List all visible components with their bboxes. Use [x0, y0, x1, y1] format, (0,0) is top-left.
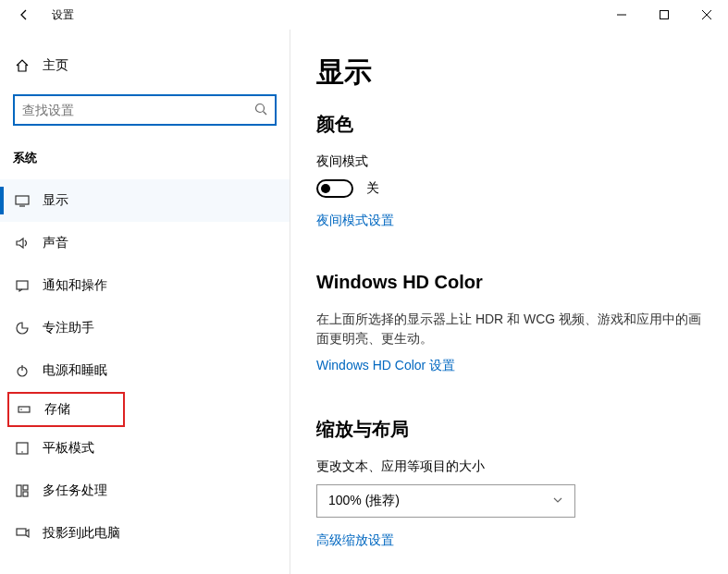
night-mode-toggle[interactable] — [316, 179, 353, 198]
sidebar-item-label: 存储 — [44, 401, 70, 418]
sidebar-item-focus[interactable]: 专注助手 — [0, 307, 290, 349]
search-box[interactable] — [13, 94, 277, 126]
sidebar-item-project[interactable]: 投影到此电脑 — [0, 512, 290, 555]
sidebar-group-title: 系统 — [13, 150, 290, 166]
window-title: 设置 — [52, 7, 74, 23]
multitask-icon — [13, 483, 31, 498]
svg-rect-0 — [660, 11, 669, 19]
minimize-icon — [617, 10, 626, 19]
svg-rect-11 — [23, 492, 28, 496]
power-icon — [13, 363, 31, 378]
maximize-button[interactable] — [643, 0, 685, 30]
sidebar-item-display[interactable]: 显示 — [0, 179, 290, 222]
search-icon[interactable] — [254, 103, 267, 118]
sidebar-item-notifications[interactable]: 通知和操作 — [0, 264, 290, 307]
sidebar: 主页 系统 显示 声音 通知和操作 — [0, 30, 290, 574]
sidebar-item-sound[interactable]: 声音 — [0, 222, 290, 264]
project-icon — [13, 526, 31, 541]
night-mode-label: 夜间模式 — [316, 153, 709, 170]
sidebar-item-label: 平板模式 — [43, 440, 94, 457]
chevron-down-icon — [552, 494, 563, 508]
sidebar-item-label: 通知和操作 — [43, 277, 107, 294]
night-mode-state: 关 — [366, 180, 379, 197]
main-panel: 显示 颜色 夜间模式 关 夜间模式设置 Windows HD Color 在上面… — [290, 30, 728, 574]
content-area: 主页 系统 显示 声音 通知和操作 — [0, 30, 728, 574]
advanced-scale-link[interactable]: 高级缩放设置 — [316, 532, 394, 549]
arrow-left-icon — [17, 7, 31, 22]
sidebar-item-multitask[interactable]: 多任务处理 — [0, 470, 290, 512]
sidebar-item-label: 显示 — [43, 192, 68, 209]
sidebar-item-label: 多任务处理 — [43, 482, 107, 499]
svg-rect-9 — [17, 485, 21, 496]
scale-label: 更改文本、应用等项目的大小 — [316, 458, 709, 475]
night-mode-toggle-row: 关 — [316, 179, 709, 198]
section-hd-color: Windows HD Color — [316, 272, 709, 293]
focus-icon — [13, 321, 31, 336]
minimize-button[interactable] — [600, 0, 643, 30]
page-title: 显示 — [316, 54, 709, 92]
toggle-knob — [321, 184, 330, 193]
svg-rect-2 — [16, 196, 29, 204]
sidebar-item-label: 声音 — [43, 235, 68, 251]
maximize-icon — [660, 10, 669, 19]
sidebar-item-storage[interactable]: 存储 — [7, 392, 125, 427]
scale-select-value: 100% (推荐) — [328, 493, 400, 509]
svg-rect-12 — [17, 529, 26, 535]
section-scale: 缩放与布局 — [316, 417, 709, 442]
sidebar-home[interactable]: 主页 — [0, 46, 290, 85]
sidebar-item-label: 专注助手 — [43, 320, 94, 336]
night-mode-settings-link[interactable]: 夜间模式设置 — [316, 213, 394, 229]
sidebar-item-power[interactable]: 电源和睡眠 — [0, 349, 290, 392]
scale-select[interactable]: 100% (推荐) — [316, 484, 575, 518]
window-controls — [600, 0, 728, 30]
back-button[interactable] — [9, 0, 39, 30]
svg-point-8 — [21, 451, 23, 453]
svg-rect-3 — [17, 281, 28, 289]
home-icon — [13, 58, 31, 73]
sound-icon — [13, 236, 31, 250]
hd-color-settings-link[interactable]: Windows HD Color 设置 — [316, 358, 455, 374]
display-icon — [13, 193, 31, 208]
svg-rect-5 — [19, 407, 30, 412]
sidebar-item-label: 电源和睡眠 — [43, 362, 107, 379]
storage-icon — [15, 402, 33, 417]
titlebar: 设置 — [0, 0, 728, 30]
close-icon — [702, 10, 711, 19]
svg-point-1 — [256, 104, 265, 112]
notification-icon — [13, 278, 31, 293]
sidebar-home-label: 主页 — [43, 57, 68, 74]
section-color: 颜色 — [316, 112, 709, 137]
svg-rect-10 — [23, 485, 28, 490]
search-input[interactable] — [22, 103, 254, 117]
close-button[interactable] — [685, 0, 728, 30]
sidebar-item-label: 投影到此电脑 — [43, 525, 120, 542]
svg-point-6 — [20, 409, 22, 410]
sidebar-item-tablet[interactable]: 平板模式 — [0, 427, 290, 470]
hd-color-desc: 在上面所选择的显示器上让 HDR 和 WCG 视频、游戏和应用中的画面更明亮、更… — [316, 310, 709, 348]
tablet-icon — [13, 441, 31, 456]
